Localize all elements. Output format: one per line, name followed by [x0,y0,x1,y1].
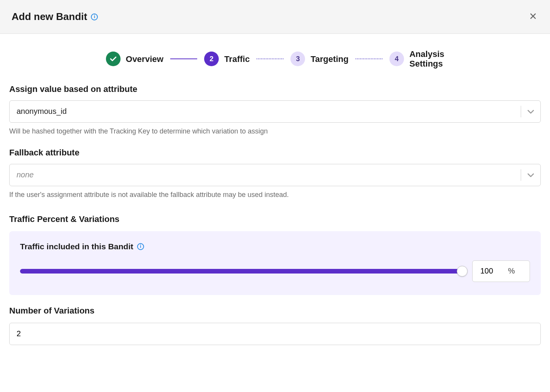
modal-title: Add new Bandit [12,11,87,23]
step-circle-pending: 3 [290,52,305,66]
step-traffic[interactable]: 2 Traffic [204,52,250,66]
modal-title-wrap: Add new Bandit i [12,11,98,23]
variations-label: Number of Variations [9,306,541,316]
slider-thumb[interactable] [457,266,468,277]
step-label-targeting: Targeting [310,54,349,64]
attribute-value: anonymous_id [10,107,521,116]
fallback-select[interactable]: none [9,164,541,186]
step-targeting[interactable]: 3 Targeting [290,52,349,66]
traffic-card-title-wrap: Traffic included in this Bandit i [20,242,530,251]
close-icon [529,12,537,20]
attribute-help: Will be hashed together with the Trackin… [9,127,541,135]
step-circle-active: 2 [204,52,219,66]
step-connector [257,58,283,59]
step-overview[interactable]: Overview [106,52,164,66]
info-icon[interactable]: i [91,13,98,20]
step-label-overview: Overview [126,54,164,64]
attribute-select[interactable]: anonymous_id [9,100,541,123]
traffic-slider-row: % [20,260,530,282]
traffic-percent-input[interactable] [480,267,500,275]
step-analysis[interactable]: 4 Analysis Settings [389,49,444,69]
traffic-slider[interactable] [20,269,462,274]
step-connector [170,58,197,59]
check-icon [110,56,117,62]
percent-sign: % [508,267,515,275]
attribute-label: Assign value based on attribute [9,84,541,94]
close-button[interactable] [528,11,538,23]
traffic-section-label: Traffic Percent & Variations [9,214,541,224]
fallback-label: Fallback attribute [9,148,541,158]
traffic-card-title: Traffic included in this Bandit [20,242,133,251]
step-label-traffic: Traffic [224,54,250,64]
percent-box: % [472,260,530,282]
fallback-field-group: Fallback attribute none If the user's as… [9,148,541,199]
variations-input[interactable] [9,323,541,345]
chevron-down-icon [521,173,540,177]
step-label-analysis: Analysis Settings [409,49,444,69]
step-circle-done [106,52,121,66]
chevron-down-icon [521,109,540,114]
stepper: Overview 2 Traffic 3 Targeting 4 Analysi… [0,34,550,80]
info-icon[interactable]: i [137,243,144,250]
traffic-card: Traffic included in this Bandit i % [9,231,541,295]
fallback-placeholder: none [10,170,521,179]
step-circle-pending: 4 [389,52,404,66]
fallback-help: If the user's assignment attribute is no… [9,191,541,199]
modal-header: Add new Bandit i [0,0,550,34]
step-connector [355,58,382,59]
attribute-field-group: Assign value based on attribute anonymou… [9,84,541,135]
content: Assign value based on attribute anonymou… [0,80,550,357]
